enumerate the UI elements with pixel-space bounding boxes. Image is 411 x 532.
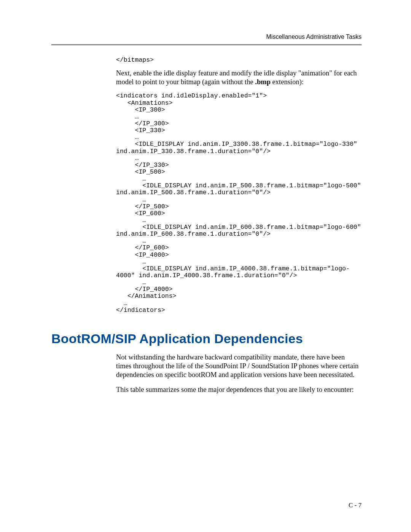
content-area: </bitmaps> Next, enable the idle display… xyxy=(116,57,362,314)
para-not-withstanding: Not withstanding the hardware backward c… xyxy=(116,353,362,379)
running-header: Miscellaneous Administrative Tasks xyxy=(51,34,362,40)
para-table-summarizes: This table summarizes some the major dep… xyxy=(116,385,362,394)
para-enable-idle: Next, enable the idle display feature an… xyxy=(116,69,362,86)
header-rule xyxy=(51,44,362,45)
page: Miscellaneous Administrative Tasks </bit… xyxy=(0,0,411,532)
section-heading: BootROM/SIP Application Dependencies xyxy=(51,331,362,346)
running-title: Miscellaneous Administrative Tasks xyxy=(266,34,362,40)
section-body: Not withstanding the hardware backward c… xyxy=(116,353,362,395)
para-enable-idle-bold: .bmp xyxy=(255,78,271,86)
para-enable-idle-post: extension): xyxy=(271,78,304,86)
page-footer: C - 7 xyxy=(349,502,362,509)
page-number: C - 7 xyxy=(349,502,362,509)
code-close-bitmaps: </bitmaps> xyxy=(116,57,362,64)
code-indicators: <indicators ind.idleDisplay.enabled="1">… xyxy=(116,93,362,314)
para-enable-idle-pre: Next, enable the idle display feature an… xyxy=(116,69,357,86)
